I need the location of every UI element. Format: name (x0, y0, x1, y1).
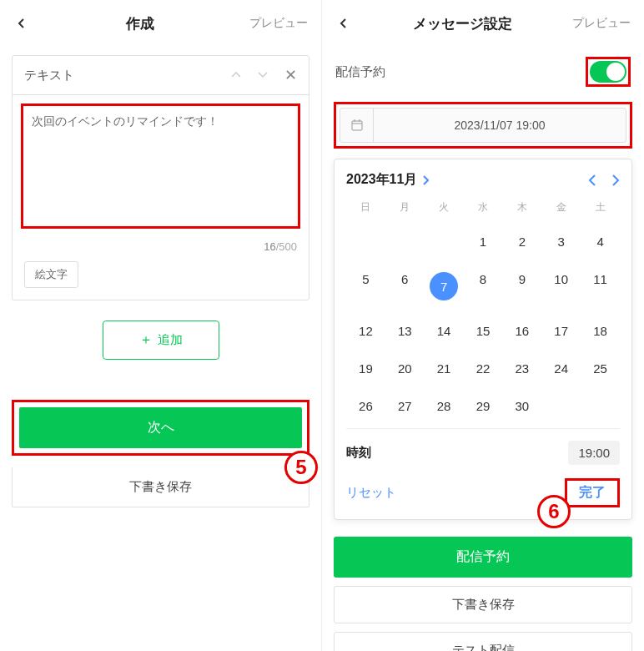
calendar-header: 2023年11月 (346, 171, 620, 189)
day-cell[interactable]: 12 (346, 317, 385, 345)
time-value[interactable]: 19:00 (568, 441, 620, 465)
dow-header: 土 (581, 197, 620, 218)
card-header: テキスト ✕ (13, 56, 309, 95)
day-cell[interactable]: 10 (541, 265, 581, 307)
next-wrap: 次へ 5 (0, 388, 321, 467)
draft-button[interactable]: 下書き保存 (334, 586, 632, 623)
dow-header: 水 (464, 197, 503, 218)
dow-header: 日 (346, 197, 385, 218)
reset-button[interactable]: リセット (346, 485, 396, 501)
message-textarea[interactable]: 次回のイベントのリマインドです！ (21, 103, 300, 229)
calendar-popup: 2023年11月 日月火水木金土...123456789101112131415… (334, 159, 632, 520)
day-cell[interactable]: 8 (464, 265, 503, 307)
day-cell[interactable]: 2 (502, 228, 541, 255)
message-text: 次回のイベントのリマインドです！ (32, 114, 289, 129)
calendar-icon (340, 108, 374, 142)
add-label: 追加 (158, 332, 183, 348)
chevron-up-icon[interactable] (231, 72, 241, 78)
char-max: 500 (279, 240, 297, 253)
day-cell[interactable]: 11 (581, 265, 620, 307)
highlight-done: 完了 6 (565, 478, 620, 507)
badge-5: 5 (284, 451, 318, 484)
day-cell[interactable]: 6 (385, 265, 425, 307)
month-label: 2023年11月 (346, 171, 417, 189)
char-current: 16 (264, 240, 275, 253)
day-cell[interactable]: 27 (385, 392, 425, 420)
textarea-wrap: 次回のイベントのリマインドです！ (13, 95, 309, 237)
datetime-value: 2023/11/07 19:00 (374, 119, 626, 132)
day-cell[interactable]: 4 (581, 228, 620, 255)
highlight-datetime: 2023/11/07 19:00 (334, 102, 632, 149)
datetime-field[interactable]: 2023/11/07 19:00 (340, 108, 626, 143)
page-title: メッセージ設定 (413, 14, 512, 33)
dow-header: 月 (385, 197, 425, 218)
day-empty: . (425, 228, 464, 255)
day-cell[interactable]: 1 (464, 228, 503, 255)
delivery-toggle[interactable] (590, 61, 626, 83)
text-card: テキスト ✕ 次回のイベントのリマインドです！ 16/500 (12, 55, 309, 300)
day-cell[interactable]: 14 (425, 317, 464, 345)
time-row: 時刻 19:00 (346, 428, 620, 470)
time-label: 時刻 (346, 445, 371, 461)
preview-link[interactable]: プレビュー (249, 16, 308, 31)
screen-compose: 作成 プレビュー テキスト ✕ 次回のイベントのリマインドです！ (0, 0, 322, 651)
day-cell[interactable]: 15 (464, 317, 503, 345)
day-cell[interactable]: 7 (425, 265, 464, 307)
calendar-grid: 日月火水木金土...123456789101112131415161718192… (346, 197, 620, 420)
day-empty: . (346, 228, 385, 255)
svg-rect-0 (352, 121, 362, 130)
chevron-right-icon (422, 175, 429, 185)
screen-settings: メッセージ設定 プレビュー 配信予約 2023/11/07 19:00 2023… (322, 0, 644, 651)
day-empty: . (385, 228, 425, 255)
back-icon[interactable] (335, 15, 352, 32)
day-cell[interactable]: 19 (346, 355, 385, 382)
char-count: 16/500 (13, 237, 309, 253)
day-cell[interactable]: 26 (346, 392, 385, 420)
close-icon[interactable]: ✕ (284, 66, 297, 84)
day-cell[interactable]: 30 (502, 392, 541, 420)
dow-header: 木 (502, 197, 541, 218)
day-cell[interactable]: 9 (502, 265, 541, 307)
back-icon[interactable] (13, 15, 30, 32)
day-cell[interactable]: 16 (502, 317, 541, 345)
draft-button[interactable]: 下書き保存 (12, 467, 309, 507)
card-controls: ✕ (231, 66, 297, 84)
next-month-button[interactable] (611, 174, 620, 186)
page-title: 作成 (126, 14, 154, 33)
header: 作成 プレビュー (0, 0, 321, 47)
day-cell[interactable]: 20 (385, 355, 425, 382)
plus-icon: ＋ (139, 331, 153, 349)
delivery-toggle-row: 配信予約 (322, 47, 644, 97)
day-cell[interactable]: 5 (346, 265, 385, 307)
calendar-month[interactable]: 2023年11月 (346, 171, 429, 189)
day-cell[interactable]: 28 (425, 392, 464, 420)
day-cell[interactable]: 22 (464, 355, 503, 382)
delivery-label: 配信予約 (335, 64, 385, 80)
emoji-button[interactable]: 絵文字 (24, 261, 78, 288)
content-area: テキスト ✕ 次回のイベントのリマインドです！ 16/500 (0, 47, 321, 388)
highlight-box-5: 次へ (12, 400, 309, 456)
day-cell[interactable]: 23 (502, 355, 541, 382)
schedule-button[interactable]: 配信予約 (334, 537, 632, 578)
next-button[interactable]: 次へ (19, 407, 302, 448)
day-cell[interactable]: 25 (581, 355, 620, 382)
header: メッセージ設定 プレビュー (322, 0, 644, 47)
chevron-down-icon[interactable] (258, 72, 268, 78)
day-cell[interactable]: 24 (541, 355, 581, 382)
card-type-label: テキスト (24, 68, 74, 83)
done-button[interactable]: 完了 (579, 484, 606, 502)
day-cell[interactable]: 17 (541, 317, 581, 345)
dow-header: 金 (541, 197, 581, 218)
day-cell[interactable]: 3 (541, 228, 581, 255)
highlight-toggle (586, 57, 631, 87)
test-send-button[interactable]: テスト配信 (334, 632, 632, 651)
day-cell[interactable]: 29 (464, 392, 503, 420)
badge-6: 6 (537, 495, 571, 528)
day-cell[interactable]: 21 (425, 355, 464, 382)
preview-link[interactable]: プレビュー (572, 16, 631, 31)
day-cell[interactable]: 18 (581, 317, 620, 345)
day-cell[interactable]: 13 (385, 317, 425, 345)
add-button[interactable]: ＋ 追加 (103, 320, 219, 360)
prev-month-button[interactable] (588, 174, 596, 186)
toggle-knob (606, 63, 625, 81)
